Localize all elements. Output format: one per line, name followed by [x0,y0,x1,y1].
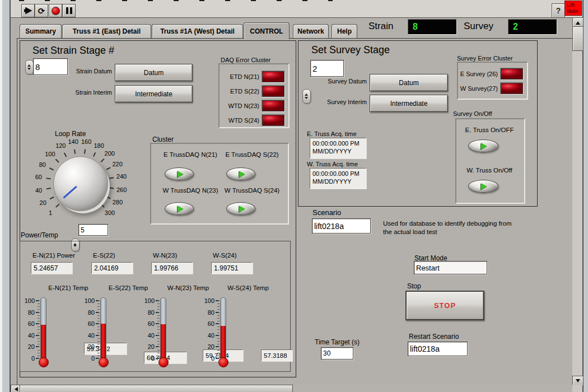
help-button[interactable]: ? [552,3,565,18]
thermo-minor-ticks [217,301,220,359]
thermo-scale-label: 0 [141,355,155,362]
error-led-red [262,71,284,82]
thermo-scale-label: 0 [201,355,214,362]
trussdaq-toggle-button[interactable] [226,167,255,180]
knob-scale-label: 280 [113,199,123,206]
loop-rate-input[interactable] [78,224,108,236]
scrollbar-corner [572,385,582,392]
knob-scale-label: 20 [40,199,46,206]
error-led-red [262,115,284,126]
survey-onoff-toggle-button[interactable] [468,139,498,152]
green-arrow-icon [178,206,187,212]
etruss-acq-label: E. Truss Acq. time [307,130,357,137]
loop-rate-knob[interactable] [53,156,108,211]
strain-stage-spinner[interactable] [25,60,34,74]
survey-onoff-label: W. Truss On/Off [452,167,526,174]
tab-help[interactable]: Help [332,24,357,38]
survey-interim-button[interactable]: Intermediate [370,95,448,112]
knob-scale-label: 240 [116,173,127,180]
error-led-red [501,68,523,80]
power-label: E-N(21) Power [32,252,75,259]
tab-summary[interactable]: Summary [20,24,62,38]
strain-datum-button-label: Datum [144,69,164,77]
tab-label: CONTROL [250,27,283,35]
restart-scenario-input[interactable] [408,342,468,356]
knob-scale-label: 180 [94,142,104,149]
survey-stage-spinner[interactable] [302,89,311,104]
error-channel-label: ETD S(22) [230,88,259,95]
green-arrow-icon [178,171,187,178]
survey-onoff-toggle-button[interactable] [468,180,498,193]
right-window-strip [584,0,588,392]
scenario-input[interactable] [312,218,371,234]
run-continuous-button[interactable]: ⟳ [35,4,48,17]
horizontal-scroll-thumb[interactable] [20,385,293,392]
survey-onoff-label: E. Truss On/OFF [452,127,526,133]
thermo-scale-label: 80 [21,309,35,316]
menu-remnant-dashes [19,0,333,1]
pause-button[interactable] [62,4,76,17]
error-led-row: ETD S(22) [220,84,288,99]
strain-interim-label: Strain Interim [62,89,112,96]
run-continuous-icon: ⟳ [38,7,45,15]
time-target-input[interactable] [321,347,353,360]
thermo-bulb [39,357,49,367]
power-value-display: 2.04169 [91,262,133,274]
knob-scale-label: 40 [35,187,42,194]
survey-value-display: 2 [508,19,557,35]
knob-scale-label: 1 [49,209,52,216]
thermo-fill [41,325,46,359]
vi-badge-line2: Main [567,8,581,15]
tab-truss1a-west[interactable]: Truss #1A (West) Detail [152,24,243,38]
trussdaq-toggle-button[interactable] [165,167,194,180]
thermo-fill [221,326,226,359]
error-led-row: ETD N(21) [220,69,288,84]
power-value-display: 5.24657 [31,262,72,274]
tab-network[interactable]: Network [293,24,329,38]
tab-control[interactable]: CONTROL [244,22,290,39]
green-arrow-icon [239,206,249,212]
vertical-scroll-thumb[interactable] [572,26,584,51]
run-button[interactable] [21,4,35,17]
thermo-scale-label: 40 [21,332,35,339]
error-led-row: WTD S(24) [220,113,288,128]
survey-stage-input[interactable] [310,60,344,77]
thermo-bulb [158,357,169,367]
trussdaq-toggle-button[interactable] [165,202,194,215]
error-led-row: E Survey (26) [458,67,527,81]
thermo-scale-label: 100 [201,297,214,304]
thermo-minor-ticks [157,301,160,359]
run-arrow-icon [24,7,32,15]
thermo-scale-label: 0 [81,355,95,362]
abort-dot-icon [52,7,60,15]
vi-badge-line1: Lift [567,2,581,8]
daq-error-cluster-frame: ETD N(21)ETD S(22)WTD N(23)WTD S(24) [218,63,290,128]
start-mode-ring[interactable] [414,261,487,274]
left-window-strip [2,0,10,392]
tab-label: Help [337,27,352,35]
left-arrow-icon [12,387,18,391]
cluster-channel-label: E TrussDAQ S(22) [213,151,291,158]
thermo-scale-label: 80 [201,309,214,316]
up-arrow-icon [576,19,580,25]
trussdaq-toggle-button[interactable] [226,202,255,215]
power-value-display: 1.99751 [211,262,253,274]
tab-truss1-east[interactable]: Truss #1 (East) Detail [62,24,151,38]
strain-interim-button-label: Intermediate [135,90,172,98]
scenario-note-line2: the actual load test [383,228,523,236]
survey-datum-button[interactable]: Datum [370,74,448,91]
scenario-label: Scenario [312,208,341,217]
strain-interim-button[interactable]: Intermediate [115,85,193,102]
restart-scenario-label: Restart Scenario [409,333,459,340]
vertical-scrollbar-track[interactable] [572,17,582,385]
knob-scale-label: 160 [81,138,91,145]
thermo-scale-label: 20 [141,343,155,350]
thermo-fill [101,324,106,359]
error-channel-label: E Survey (26) [460,71,498,77]
stop-button[interactable]: STOP [405,291,484,320]
thermo-scale-label: 80 [81,309,95,316]
strain-datum-button[interactable]: Datum [115,64,193,81]
error-led-red [501,83,523,94]
abort-button[interactable] [49,4,62,17]
survey-value: 2 [513,22,518,32]
